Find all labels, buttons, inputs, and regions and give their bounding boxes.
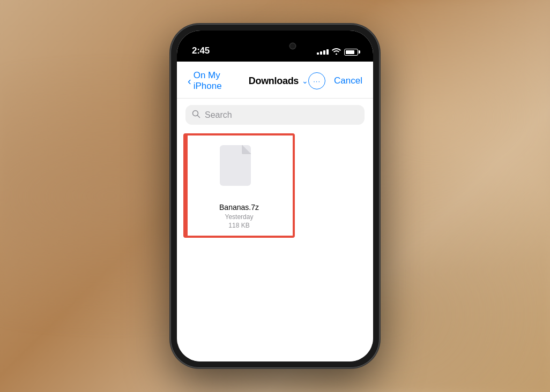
back-chevron-icon: ‹ [188, 76, 191, 86]
more-button[interactable]: ··· [308, 72, 325, 89]
cancel-button[interactable]: Cancel [334, 76, 362, 86]
phone-wrapper: 2:45 [170, 24, 380, 368]
file-size: 118 KB [228, 222, 249, 229]
file-icon-wrap [218, 144, 261, 198]
nav-bar: ‹ On My iPhone Downloads ⌄ ··· Cancel [177, 62, 373, 99]
file-item[interactable]: Bananas.7z Yesterday 118 KB [185, 135, 293, 236]
red-left-bar [183, 135, 188, 236]
dynamic-island [243, 37, 307, 55]
search-placeholder: Search [205, 110, 232, 120]
more-dots-icon: ··· [313, 77, 321, 85]
wifi-icon [332, 48, 341, 56]
status-bar: 2:45 [177, 31, 373, 62]
search-container: Search [177, 99, 373, 131]
phone-frame: 2:45 [170, 24, 380, 368]
search-bar[interactable]: Search [185, 105, 365, 125]
phone-inner: 2:45 [177, 31, 373, 361]
nav-actions: ··· Cancel [308, 72, 362, 89]
chevron-down-icon[interactable]: ⌄ [302, 77, 308, 85]
app-screen: ‹ On My iPhone Downloads ⌄ ··· Cancel [177, 62, 373, 361]
battery-icon [344, 49, 358, 56]
status-time: 2:45 [192, 46, 210, 56]
file-name: Bananas.7z [219, 203, 259, 212]
back-label: On My iPhone [194, 70, 249, 92]
search-icon [192, 110, 200, 120]
back-button[interactable]: ‹ On My iPhone [188, 70, 249, 92]
svg-line-1 [198, 116, 200, 118]
signal-icon [317, 49, 329, 55]
battery-fill [346, 50, 354, 54]
file-grid: Bananas.7z Yesterday 118 KB [177, 131, 373, 240]
file-icon [218, 144, 261, 195]
status-icons [317, 48, 358, 56]
nav-title-group: Downloads ⌄ [249, 76, 308, 87]
nav-title: Downloads [249, 76, 299, 87]
file-date: Yesterday [225, 213, 254, 221]
